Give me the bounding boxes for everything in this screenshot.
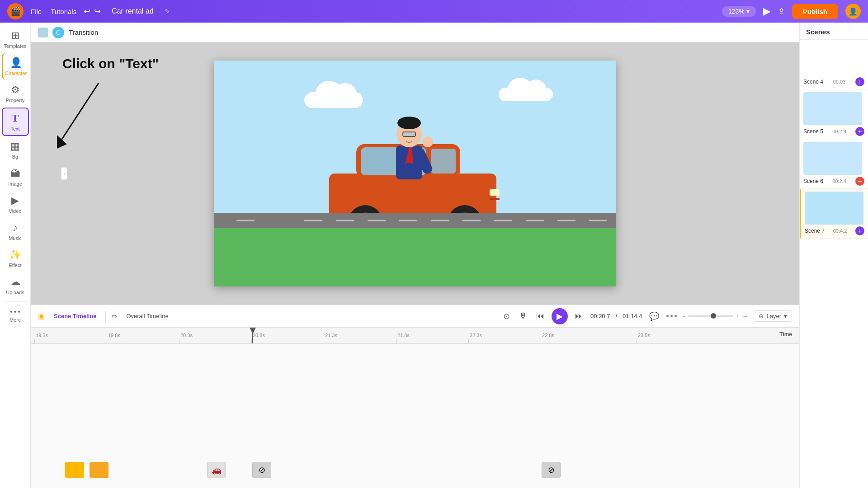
expand-icon[interactable]: ↔ [742, 313, 748, 320]
zoom-slider-track [688, 315, 733, 317]
preview-canvas[interactable] [214, 61, 616, 286]
scene-timeline-icon: ▣ [38, 312, 45, 320]
scene-6-name: Scene 6 [803, 178, 823, 184]
microphone-button[interactable]: 🎙 [517, 310, 529, 323]
ruler-mark-8: 23.5s [637, 333, 650, 343]
sidebar-item-music[interactable]: ♪ Music [2, 218, 29, 244]
preview-play-button[interactable]: ▶ [763, 5, 771, 17]
transition-label: Transition [69, 28, 98, 36]
ruler-line-8 [637, 339, 637, 343]
total-time-display: 01:14.4 [623, 313, 642, 319]
ruler-line-5 [396, 339, 396, 343]
sidebar-item-property[interactable]: ⚙ Property [2, 80, 29, 107]
scene-4-name: Scene 4 [803, 79, 823, 85]
track-block-1[interactable] [65, 462, 84, 478]
scene-item-7[interactable]: Scene 7 00:4.2 + [800, 189, 868, 239]
user-avatar[interactable]: 👤 [845, 4, 861, 19]
music-icon: ♪ [13, 222, 18, 234]
sidebar-item-bg[interactable]: ▦ Bg [2, 137, 29, 163]
zoom-control[interactable]: 123% ▾ [722, 6, 756, 17]
scene-4-time: 00:03 [833, 79, 846, 84]
overall-timeline-icon: ⇔ [111, 312, 117, 320]
templates-icon: ⊞ [11, 30, 19, 42]
redo-button[interactable]: ↪ [94, 6, 101, 16]
zoom-dropdown-icon: ▾ [746, 8, 750, 15]
scene-item-5[interactable]: Scene 5 00:2.9 + [800, 89, 868, 139]
ruler-line-4 [324, 339, 324, 343]
overall-timeline-tab[interactable]: Overall Timeline [123, 311, 172, 321]
skip-forward-button[interactable]: ⏭ [573, 310, 585, 323]
music-label: Music [9, 235, 22, 241]
timeline-separator [105, 311, 106, 322]
share-button[interactable]: ⇪ [778, 6, 785, 16]
uploads-label: Uploads [6, 290, 24, 295]
svg-marker-1 [57, 135, 67, 149]
tutorials-menu[interactable]: Tutorials [51, 8, 76, 15]
caption-button[interactable]: 💬 [647, 310, 661, 323]
scene-7-name: Scene 7 [805, 228, 825, 234]
track-block-cylinder[interactable]: ⊘ [252, 462, 271, 478]
track-block-car[interactable]: 🚗 [207, 462, 226, 478]
svg-rect-5 [431, 149, 456, 174]
uploads-icon: ☁ [10, 276, 20, 288]
ruler-line-1 [107, 339, 107, 343]
ruler-mark-7: 22.8s [541, 333, 554, 343]
zoom-label: 123% [728, 8, 745, 15]
scene-6-remove-button[interactable]: − [855, 177, 864, 186]
transition-color-swatch[interactable] [38, 28, 48, 38]
timeline-playhead[interactable] [252, 328, 253, 343]
sidebar-item-uploads[interactable]: ☁ Uploads [2, 272, 29, 299]
left-sidebar: ⊞ Templates 👤 Character ⚙ Property T Tex… [0, 23, 31, 488]
scene-timeline-tab[interactable]: Scene Timeline [50, 311, 100, 321]
ruler-line-7 [541, 339, 541, 343]
zoom-slider-thumb [711, 313, 716, 319]
sidebar-item-character[interactable]: 👤 Character [2, 53, 29, 80]
time-separator: / [615, 313, 617, 319]
scene-7-add-button[interactable]: + [855, 226, 864, 235]
track-block-cylinder-right[interactable]: ⊘ [542, 462, 561, 478]
layer-button[interactable]: ⊕ Layer ▾ [754, 310, 792, 322]
ruler-line-0 [34, 339, 35, 343]
video-icon: ▶ [11, 195, 19, 206]
sidebar-collapse-button[interactable]: › [61, 167, 67, 180]
layer-icon: ⊕ [759, 313, 764, 319]
cloud-1 [304, 92, 363, 108]
scene-item-6[interactable]: Scene 6 00:2.4 − [800, 139, 868, 189]
ruler-label-8: 23.5s [637, 333, 650, 338]
layer-dropdown-icon: ▾ [784, 313, 787, 319]
timeline-track: 🚗 ⊘ ⊘ [31, 343, 799, 488]
svg-rect-6 [490, 189, 500, 196]
scene-4-add-button[interactable]: + [855, 77, 864, 86]
sidebar-item-image[interactable]: 🏔 Image [2, 164, 29, 190]
timeline-play-button[interactable]: ▶ [552, 308, 568, 324]
track-block-2[interactable] [90, 462, 108, 478]
ruler-label-0: 19.5s [34, 333, 48, 338]
app-logo: 🎬 [7, 3, 24, 19]
svg-rect-7 [490, 198, 500, 200]
sidebar-item-more[interactable]: • • • More [2, 305, 29, 326]
zoom-in-icon[interactable]: + [736, 313, 739, 319]
dot3 [675, 315, 677, 317]
sidebar-item-templates[interactable]: ⊞ Templates [2, 26, 29, 52]
scene-sync-button[interactable]: ⊙ [501, 310, 512, 323]
zoom-out-icon[interactable]: − [682, 313, 685, 319]
file-menu[interactable]: File [31, 8, 42, 15]
car-thumb-icon: 🚗 [212, 465, 222, 475]
cylinder-thumb-icon: ⊘ [259, 465, 265, 475]
skip-back-button[interactable]: ⏮ [534, 310, 546, 323]
undo-redo-group: ↩ ↪ [84, 6, 101, 16]
publish-button[interactable]: Publish [792, 4, 838, 19]
sidebar-item-video[interactable]: ▶ Video [2, 191, 29, 217]
sidebar-item-effect[interactable]: ✨ Effect [2, 245, 29, 272]
scene-5-add-button[interactable]: + [855, 127, 864, 136]
more-label: More [9, 317, 21, 323]
undo-button[interactable]: ↩ [84, 6, 90, 16]
sidebar-item-text[interactable]: T Text [2, 108, 29, 136]
zoom-slider[interactable]: − + ↔ [682, 313, 748, 320]
menu-items: File Tutorials [31, 8, 76, 15]
scene-item-4[interactable]: Scene 4 00:03 + [800, 40, 868, 89]
canvas-container[interactable]: › Click on "Text" [31, 42, 799, 305]
title-edit-icon[interactable]: ✎ [165, 8, 170, 15]
project-title: Car rental ad [112, 7, 154, 15]
effect-label: Effect [9, 263, 22, 268]
